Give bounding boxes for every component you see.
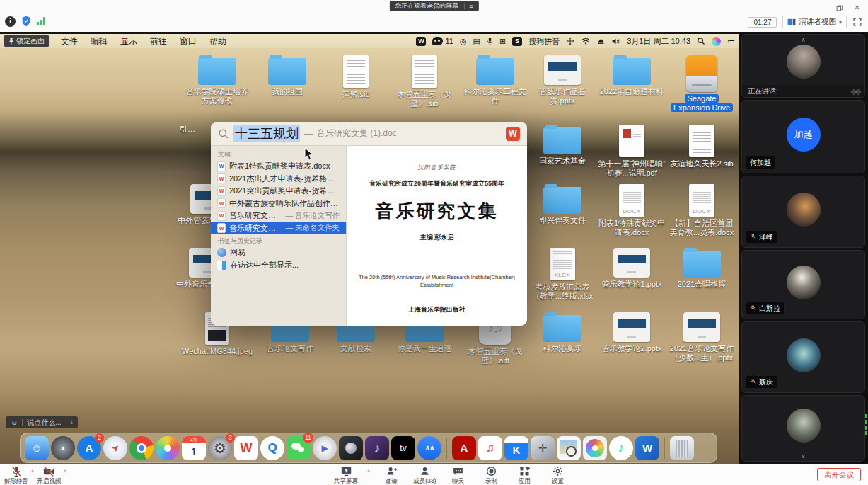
desktop-icon[interactable]: 木管五重奏《戈壁》.sib [390, 55, 458, 108]
desktop-icon[interactable]: 管弦乐作品鉴赏.pptx [528, 55, 596, 105]
spotlight-result-item[interactable]: W音乐研究文集 (1).doc— 未命名文件夹 [211, 222, 346, 235]
info-icon[interactable]: i [5, 16, 16, 27]
dock-apple-tv-icon[interactable]: tv [391, 436, 415, 460]
chat-button[interactable]: 聊天 [446, 465, 470, 485]
dock-tencent-meeting-icon[interactable]: ∧∧ [417, 436, 441, 460]
ime-label[interactable]: 搜狗拼音 [528, 36, 560, 47]
desktop-icon[interactable]: 2021音乐论文写作（少数...生）.pptx [668, 312, 736, 363]
desktop-icon[interactable]: 友谊地久天长2.sib [668, 125, 736, 169]
start-video-button[interactable]: 开启视频 [37, 465, 61, 485]
dock-wps-icon[interactable]: W [234, 436, 258, 460]
desktop-icon[interactable]: Seagate Expansion Drive [668, 55, 736, 113]
menubar-menu[interactable]: 前往 [144, 35, 173, 47]
chevron-up-icon[interactable]: ^ [31, 469, 34, 476]
menubar-menu[interactable]: 显示 [114, 35, 144, 47]
desktop-icon[interactable]: 2022年自命题材料 [598, 55, 666, 96]
dock-word-icon[interactable]: W [635, 436, 659, 460]
move-menubar-icon[interactable] [566, 37, 574, 45]
dock-qq-browser-icon[interactable]: Q [260, 436, 284, 460]
fullscreen-button[interactable] [852, 17, 862, 27]
wps-menubar-icon[interactable]: W [416, 37, 426, 46]
desktop-icon[interactable]: 2021合唱指挥 [668, 248, 736, 289]
grid-menubar-icon[interactable]: ⊞ [499, 37, 506, 46]
dock-color-meter-icon[interactable]: ✛ [531, 436, 555, 460]
search-menubar-icon[interactable] [697, 37, 705, 45]
unmute-button[interactable]: 解除静音 [4, 465, 28, 485]
apps-button[interactable]: 应用 [512, 465, 536, 485]
dock-acrobat-icon[interactable]: A [452, 436, 476, 460]
spotlight-result-item[interactable]: W音乐研究文集 (1).doc— 音乐论文写作 [211, 210, 346, 222]
maximize-button[interactable] [835, 4, 843, 12]
desktop-icon[interactable]: 第十一届“神州唱响”初赛...说明.pdf [598, 125, 666, 178]
chat-overlay[interactable]: ☺ 说点什么... ‹ [6, 416, 78, 428]
desktop-icon[interactable]: DOCX附表1特殊贡献奖申请表.docx [598, 184, 666, 237]
desktop-icon[interactable]: DOCX【新】自治区首届美育教...员表.docx [668, 184, 736, 237]
leave-meeting-button[interactable]: 离开会议 [817, 468, 861, 481]
dock-keynote-icon[interactable]: K [504, 436, 528, 460]
view-mode-selector[interactable]: 演讲者视图 ▾ [782, 16, 847, 28]
dock-safari-icon[interactable]: ➤ [103, 436, 127, 460]
spotlight-result-item[interactable]: W中外蒙古族交响乐队作品创作研究（... [211, 198, 346, 210]
chat-placeholder[interactable]: 说点什么... [27, 418, 61, 428]
dock-logic-pro-icon[interactable] [339, 436, 363, 460]
control-center-menubar-icon[interactable]: ≔ [727, 37, 735, 46]
participant-tile[interactable]: 白斯拉 [741, 250, 865, 319]
dock-quicktime-icon[interactable]: ▶ [313, 436, 337, 460]
emoji-icon[interactable]: ☺ [11, 418, 18, 426]
participant-tile[interactable]: ∨ [741, 395, 865, 462]
dock-chrome-icon[interactable] [129, 436, 154, 460]
dock-qq-music-icon[interactable]: ♪ [609, 436, 633, 460]
spotlight-result-item[interactable]: W附表1特殊贡献奖申请表.docx [211, 160, 346, 173]
desktop-icon[interactable]: 管乐教学论2.pptx [598, 312, 666, 353]
network-signal-icon[interactable] [37, 17, 45, 25]
record-menubar-icon[interactable]: ◎ [460, 37, 467, 46]
menubar-menu[interactable]: 窗口 [173, 35, 203, 47]
dock-finder-icon[interactable]: ☺ [25, 436, 49, 460]
wifi-menubar-icon[interactable] [581, 38, 591, 45]
chevron-up-icon[interactable]: ^ [64, 469, 66, 476]
dock-wechat-icon[interactable]: 11 [287, 436, 311, 460]
mic-menubar-icon[interactable] [487, 37, 493, 46]
printer-menubar-icon[interactable]: ▤ [473, 37, 480, 46]
desktop-icon[interactable]: 萍聚.sib [322, 55, 390, 99]
spotlight-search-bar[interactable]: 十三五规划 — 音乐研究文集 (1).doc W [211, 122, 527, 146]
desktop-icon[interactable]: 音乐学院硕士培养方案修改 [183, 55, 251, 105]
desktop-icon[interactable]: 科尔沁宴乐工程文件 [461, 55, 529, 105]
volume-menubar-icon[interactable] [611, 38, 620, 45]
share-screen-button[interactable]: 共享屏幕 [334, 465, 358, 485]
menubar-datetime[interactable]: 3月1日 周二 10:43 [627, 36, 690, 47]
participant-tile[interactable]: 聂庆 [741, 321, 865, 393]
dock-photos-icon[interactable] [156, 436, 180, 460]
wechat-menubar-item[interactable]: 11 [432, 37, 453, 45]
dock-apple-music-icon[interactable]: ♫ [478, 436, 502, 460]
desktop-icon[interactable]: 即兴伴奏文件 [528, 184, 596, 225]
record-button[interactable]: 录制 [479, 465, 503, 485]
sogou-menubar-icon[interactable]: S [512, 37, 522, 46]
spotlight-result-item[interactable]: 在访达中全部显示... [211, 259, 346, 272]
dock-launchpad-icon[interactable]: ▲ [51, 436, 75, 460]
dock-app-store-icon[interactable]: A2 [77, 436, 101, 460]
dock-system-preferences-icon[interactable]: ⚙3 [208, 436, 232, 460]
chevron-down-icon[interactable]: ∨ [801, 452, 806, 460]
participant-tile[interactable]: 泽峰 [741, 176, 865, 248]
layout-switch-icon[interactable]: ≡ [469, 3, 473, 10]
members-button[interactable]: 成员(33) [412, 465, 436, 485]
chevron-up-icon[interactable]: ^ [367, 469, 370, 476]
dock-trash-icon[interactable] [670, 436, 694, 460]
dock-colorsync-icon[interactable] [583, 436, 607, 460]
chevron-up-icon[interactable]: ∧ [801, 36, 806, 43]
spotlight-result-item[interactable]: 网易 [211, 246, 346, 259]
collapse-icon[interactable]: ‹ [71, 418, 73, 426]
security-shield-icon[interactable] [21, 16, 31, 27]
participant-tile[interactable]: ∧正在讲话:◆◆ [741, 34, 865, 98]
minimize-button[interactable]: — [816, 3, 824, 13]
spotlight-query[interactable]: 十三五规划 [233, 125, 300, 142]
pin-view-button[interactable]: 锁定画面 [4, 35, 49, 47]
desktop-icon[interactable]: 科尔沁宴乐 [528, 312, 596, 353]
participant-tile[interactable]: 加越何加越 [741, 100, 865, 173]
desktop-icon[interactable]: 我的祖国 [253, 55, 321, 96]
desktop-icon[interactable]: XLSX考核发放汇总表（教学...终版.xlsx [528, 248, 596, 301]
dock-sibelius-icon[interactable]: ♪ [365, 436, 389, 460]
close-button[interactable]: × [855, 3, 860, 13]
settings-button[interactable]: 设置 [545, 465, 569, 485]
